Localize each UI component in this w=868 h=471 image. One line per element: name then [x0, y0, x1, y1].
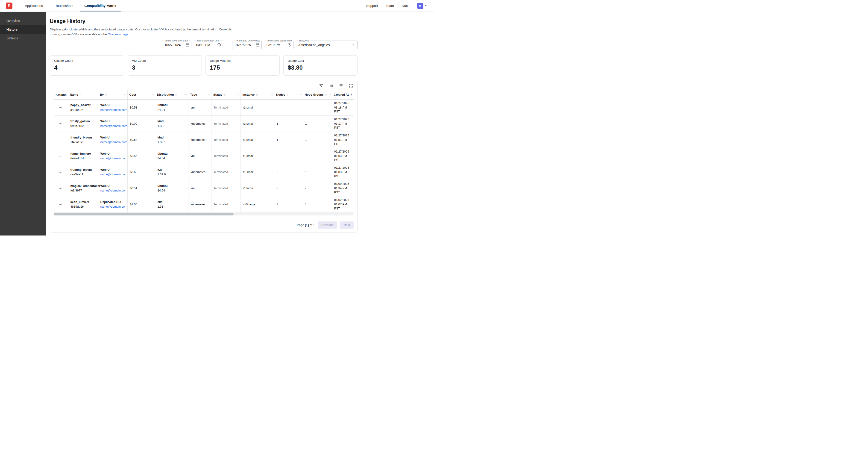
sort-icon[interactable] — [286, 93, 289, 97]
stat-value: $3.80 — [288, 64, 353, 71]
creator-email-link[interactable]: name@domain.com — [100, 189, 127, 192]
terminated-after-date-field[interactable]: Terminated after date 10/27/2024 — [162, 40, 191, 49]
column-header-type[interactable]: Type — [188, 90, 211, 99]
sort-icon[interactable] — [325, 93, 328, 97]
column-menu-icon[interactable] — [185, 93, 187, 96]
filter-icon[interactable] — [319, 84, 323, 88]
cluster-name: frosty_galileo — [70, 119, 96, 123]
sort-icon[interactable] — [223, 93, 226, 97]
density-icon[interactable] — [339, 84, 343, 88]
column-header-node-groups[interactable]: Node Groups — [303, 90, 332, 99]
column-menu-icon[interactable] — [299, 93, 302, 96]
cost-value: $0.66 — [130, 170, 137, 174]
column-menu-icon[interactable] — [208, 93, 211, 96]
column-header-name[interactable]: Name — [68, 90, 98, 99]
user-menu[interactable]: K — [417, 3, 428, 9]
sort-icon[interactable] — [175, 93, 178, 97]
row-actions-button[interactable]: ••• — [59, 203, 63, 206]
previous-page-button[interactable]: Previous — [318, 222, 337, 229]
cluster-count-card: Cluster Count 4 — [50, 55, 124, 76]
sort-icon[interactable] — [105, 93, 107, 97]
creator-email-link[interactable]: name@domain.com — [100, 108, 127, 112]
row-actions-button[interactable]: ••• — [59, 171, 63, 174]
column-header-instance[interactable]: Instance — [241, 90, 274, 99]
creator-email-link[interactable]: name@domain.com — [100, 205, 127, 208]
table-header-row: Actions Name By Cost Distribution Type S… — [54, 90, 353, 99]
creator-email-link[interactable]: name@domain.com — [100, 156, 127, 160]
creator-email-link[interactable]: name@domain.com — [100, 124, 127, 128]
tab-applications[interactable]: Applications — [19, 0, 49, 11]
node-groups-value: 1 — [305, 170, 307, 174]
created-by: Web UI — [100, 168, 125, 172]
table-row: ••• frosty_galileo995b7182 Web UIname@do… — [54, 115, 353, 131]
replicated-logo[interactable]: R — [6, 3, 12, 9]
team-link[interactable]: Team — [385, 4, 394, 8]
stat-label: VM Count — [132, 59, 197, 62]
row-actions-button[interactable]: ••• — [59, 155, 63, 157]
column-menu-icon[interactable] — [237, 93, 240, 96]
instance-value: r1.large — [243, 186, 253, 190]
column-header-cost[interactable]: Cost — [127, 90, 155, 99]
overview-page-link[interactable]: Overview page — [107, 32, 128, 36]
column-header-by[interactable]: By — [98, 90, 127, 99]
node-groups-value: - — [305, 186, 306, 190]
instance-value: r1.small — [243, 106, 254, 109]
column-header-status[interactable]: Status — [211, 90, 241, 99]
table-row: ••• keen_lumiere4819de16 Replicated CLIn… — [54, 196, 353, 212]
creator-email-link[interactable]: name@domain.com — [100, 173, 127, 176]
horizontal-scrollbar[interactable] — [54, 213, 353, 215]
sort-icon[interactable] — [198, 93, 201, 97]
column-header-created-at[interactable]: Created At — [332, 90, 353, 99]
page-indicator: Page [1] of 1 — [297, 223, 315, 227]
sort-icon[interactable] — [137, 93, 140, 97]
column-menu-icon[interactable] — [328, 93, 331, 96]
sort-desc-icon[interactable] — [350, 93, 353, 97]
primary-tabs: Applications Troubleshoot Compatibility … — [19, 0, 122, 11]
column-header-nodes[interactable]: Nodes — [274, 90, 303, 99]
column-menu-icon[interactable] — [271, 93, 273, 96]
column-menu-icon[interactable] — [152, 93, 154, 96]
docs-link[interactable]: Docs — [402, 4, 409, 8]
timezone-value: America/Los_Angeles — [298, 43, 349, 47]
creator-email-link[interactable]: name@domain.com — [100, 140, 127, 144]
tab-troubleshoot[interactable]: Troubleshoot — [49, 0, 79, 11]
clock-icon[interactable] — [215, 43, 221, 47]
row-actions-button[interactable]: ••• — [59, 139, 63, 141]
timezone-select[interactable]: Timezone America/Los_Angeles — [296, 40, 358, 49]
column-menu-icon[interactable] — [124, 93, 127, 96]
row-actions-button[interactable]: ••• — [59, 187, 63, 189]
sort-icon[interactable] — [256, 93, 258, 97]
distribution-version: 24.04 — [158, 156, 186, 160]
node-groups-value: 1 — [305, 122, 307, 125]
created-by: Web UI — [100, 119, 125, 123]
terminated-before-time-field[interactable]: Terminated before time 03:19 PM — [264, 40, 293, 49]
next-page-button[interactable]: Next — [340, 222, 353, 229]
stat-value: 175 — [210, 64, 275, 71]
sidebar-item-history[interactable]: History — [0, 25, 46, 34]
terminated-after-time-field[interactable]: Terminated after time 03:19 PM — [194, 40, 223, 49]
sort-icon[interactable] — [79, 93, 82, 97]
sidebar-item-settings[interactable]: Settings — [0, 34, 46, 42]
type-value: kubernetes — [191, 122, 206, 125]
node-groups-value: 1 — [305, 138, 307, 142]
calendar-icon[interactable] — [254, 43, 259, 47]
cluster-name: friendly_brown — [70, 136, 96, 140]
nodes-value: 1 — [277, 138, 278, 142]
cluster-name: keen_lumiere — [70, 200, 96, 204]
support-link[interactable]: Support — [366, 4, 378, 8]
page-title: Usage History — [50, 18, 358, 24]
column-header-distribution[interactable]: Distribution — [155, 90, 188, 99]
type-value: kubernetes — [191, 138, 206, 142]
row-actions-button[interactable]: ••• — [59, 122, 63, 125]
calendar-icon[interactable] — [184, 43, 189, 47]
row-actions-button[interactable]: ••• — [59, 106, 63, 109]
column-header-actions: Actions — [54, 90, 68, 99]
clock-icon[interactable] — [286, 43, 291, 47]
tab-compatibility-matrix[interactable]: Compatibility Matrix — [79, 0, 122, 11]
fullscreen-icon[interactable] — [349, 84, 353, 88]
terminated-before-date-field[interactable]: Terminated before date 01/27/2025 — [232, 40, 262, 49]
sidebar-item-overview[interactable]: Overview — [0, 17, 46, 25]
scrollbar-thumb[interactable] — [54, 213, 234, 215]
columns-icon[interactable] — [329, 84, 333, 88]
created-date: 01/27/2025 — [334, 134, 351, 137]
